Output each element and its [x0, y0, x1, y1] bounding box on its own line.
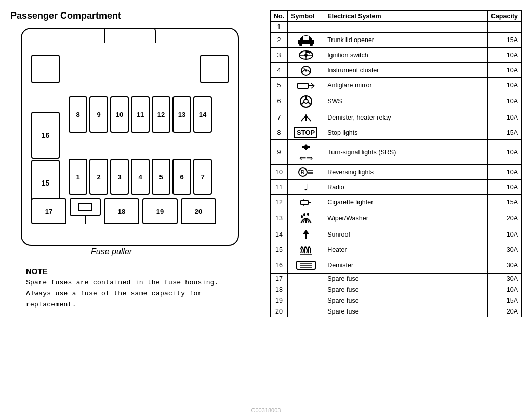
fuse-symbol [288, 48, 324, 63]
fuse-symbol [288, 93, 324, 110]
table-row: 10 R Reversing lights 10A [271, 165, 522, 180]
fuse-symbol: ♩ [288, 180, 324, 195]
fuse-slot-7: 7 [193, 159, 212, 195]
fuse-no: 12 [271, 195, 288, 210]
note-text: Spare fuses are contained in the fuse ho… [26, 278, 260, 310]
fuse-capacity: 30A [487, 242, 521, 257]
fuse-system: Radio [324, 180, 488, 195]
col-header-capacity: Capacity [487, 11, 521, 22]
fuse-slot-2: 2 [89, 159, 108, 195]
fuse-symbol [288, 78, 324, 93]
fuse-capacity [487, 22, 521, 33]
fuse-slot-20: 20 [181, 198, 216, 224]
fuse-system: SWS [324, 93, 488, 110]
fuse-slot-top-right [200, 55, 229, 83]
fuse-system: Demister [324, 257, 488, 274]
fuse-no: 17 [271, 274, 288, 284]
note-title: NOTE [26, 267, 260, 276]
fuse-system: Cigarette lighter [324, 195, 488, 210]
svg-marker-39 [303, 230, 309, 239]
fuse-puller-label: Fuse puller [91, 247, 260, 256]
fuse-capacity: 10A [487, 110, 521, 125]
instrument-cluster-icon [298, 64, 314, 76]
steering-wheel-icon [299, 95, 313, 108]
svg-rect-3 [303, 36, 309, 40]
wiper-washer-icon [299, 212, 313, 225]
fuse-capacity: 10A [487, 165, 521, 180]
fuse-system: Turn-signal lights (SRS) [324, 140, 488, 165]
table-row: 18 Spare fuse 10A [271, 284, 522, 295]
fuse-symbol [288, 210, 324, 227]
fuse-no: 16 [271, 257, 288, 274]
fuse-capacity: 10A [487, 284, 521, 295]
fuse-system: Ignition switch [324, 48, 488, 63]
note-section: NOTE Spare fuses are contained in the fu… [26, 267, 260, 310]
fuse-no: 15 [271, 242, 288, 257]
top-row-fuses: 8 9 10 11 12 13 14 [69, 96, 212, 133]
fuse-system: Spare fuse [324, 306, 488, 317]
fuse-system: Wiper/Washer [324, 210, 488, 227]
fuse-slot-4: 4 [131, 159, 150, 195]
demister-heater-icon [299, 112, 313, 123]
fuse-symbol [288, 274, 324, 284]
fuse-capacity: 15A [487, 195, 521, 210]
table-row: 5 Antiglare mirror 10A [271, 78, 522, 93]
fuse-slot-16: 16 [31, 112, 60, 159]
fuse-symbol [288, 295, 324, 306]
table-row: 8 STOP Stop lights 15A [271, 125, 522, 140]
table-row: 4 Instrument cluster 10A [271, 63, 522, 78]
table-row: 6 SWS 10A [271, 93, 522, 110]
fuse-no: 1 [271, 22, 288, 33]
fuse-slot-top-left [31, 55, 60, 83]
table-row: 16 Demister 30A [271, 257, 522, 274]
fuse-symbol [288, 227, 324, 242]
table-row: 12 Cigarette lighter 15A [271, 195, 522, 210]
fuse-system: Stop lights [324, 125, 488, 140]
table-row: 19 Spare fuse 15A [271, 295, 522, 306]
svg-point-37 [303, 213, 305, 216]
svg-point-36 [301, 215, 303, 218]
fuse-no: 19 [271, 295, 288, 306]
fuse-slot-14: 14 [193, 96, 212, 133]
fuse-system: Spare fuse [324, 274, 488, 284]
fuse-no: 11 [271, 180, 288, 195]
table-row: 11 ♩ Radio 10A [271, 180, 522, 195]
fuse-capacity: 10A [487, 93, 521, 110]
fuse-no: 3 [271, 48, 288, 63]
fuse-symbol: ⇐⇒ [288, 140, 324, 165]
fuse-no: 13 [271, 210, 288, 227]
antiglare-mirror-icon [297, 80, 315, 91]
demister-icon [296, 259, 316, 271]
fuse-slot-3: 3 [110, 159, 129, 195]
fuse-system: Demister, heater relay [324, 110, 488, 125]
col-header-no: No. [271, 11, 288, 22]
fuse-puller-slot [70, 198, 101, 224]
table-row: 1 [271, 22, 522, 33]
fuse-no: 6 [271, 93, 288, 110]
fuse-capacity: 10A [487, 78, 521, 93]
page-watermark: C00318003 [251, 407, 281, 413]
fuse-symbol [288, 306, 324, 317]
fuse-slot-6: 6 [172, 159, 191, 195]
table-row: 13 Wiper/Washer [271, 210, 522, 227]
fuse-symbol [288, 22, 324, 33]
heater-icon [298, 244, 314, 255]
svg-line-20 [301, 102, 304, 104]
fuse-no: 14 [271, 227, 288, 242]
turn-signal-icon [296, 141, 316, 153]
table-row: 17 Spare fuse 30A [271, 274, 522, 284]
fuse-capacity: 10A [487, 227, 521, 242]
fuse-capacity: 20A [487, 306, 521, 317]
section-title: Passenger Compartment [10, 10, 260, 21]
fuse-capacity: 15A [487, 33, 521, 48]
cigarette-lighter-icon [299, 197, 313, 208]
fuse-system: Reversing lights [324, 165, 488, 180]
table-row: 3 Ignition switch [271, 48, 522, 63]
fuse-box-diagram: 16 8 9 10 11 12 13 14 15 1 2 3 4 5 6 [21, 28, 239, 246]
col-header-system: Electrical System [324, 11, 488, 22]
fuse-slot-18: 18 [104, 198, 139, 224]
fuse-system: Instrument cluster [324, 63, 488, 78]
fuse-capacity: 15A [487, 125, 521, 140]
fuse-symbol [288, 63, 324, 78]
fuse-slot-13: 13 [172, 96, 191, 133]
